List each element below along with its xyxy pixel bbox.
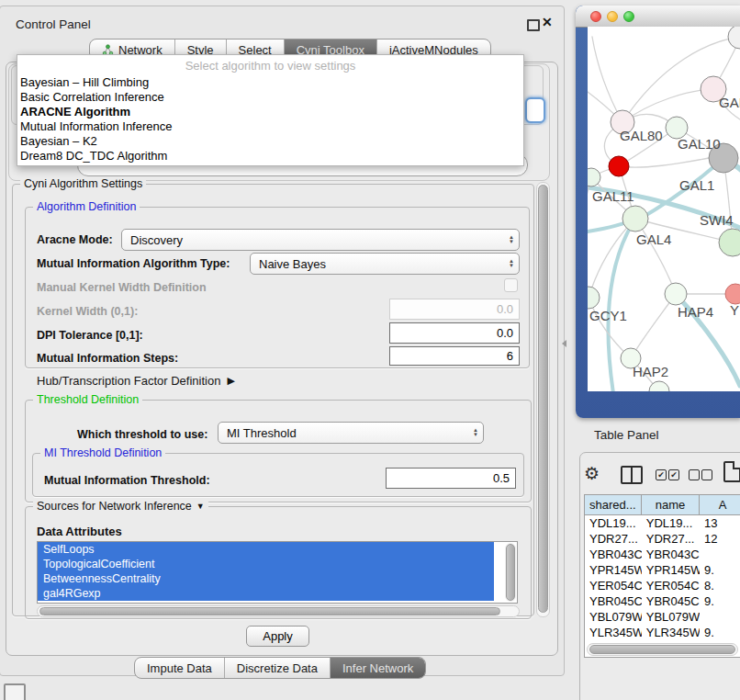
- float-window-icon[interactable]: [527, 19, 540, 31]
- split-divider-handle[interactable]: [562, 340, 566, 347]
- network-window-titlebar[interactable]: [576, 6, 740, 28]
- network-node[interactable]: [719, 229, 740, 256]
- mi-steps-field[interactable]: 6: [389, 346, 520, 366]
- table-hscrollbar-thumb[interactable]: [589, 645, 735, 654]
- table-cell: 9.: [700, 625, 740, 640]
- mi-threshold-field[interactable]: 0.5: [386, 468, 516, 489]
- table-cell: 12: [700, 531, 740, 547]
- table-cell: YPR145W: [642, 562, 700, 578]
- attr-items: SelfLoopsTopologicalCoefficientBetweenne…: [38, 542, 517, 601]
- algorithm-option-basic-correlation-inference[interactable]: Basic Correlation Inference: [17, 90, 523, 105]
- algorithm-option-bayesian-hill-climbing[interactable]: Bayesian – Hill Climbing: [17, 75, 523, 90]
- kernel-width-field[interactable]: 0.0: [389, 299, 520, 320]
- dpi-tolerance-label: DPI Tolerance [0,1]:: [37, 329, 143, 342]
- aracne-mode-value: Discovery: [130, 233, 183, 247]
- algorithm-option-dream8-dc-tdc-algorithm[interactable]: Dream8 DC_TDC Algorithm: [17, 149, 523, 164]
- column-header-shared[interactable]: shared...: [585, 495, 642, 514]
- table-body: YDL19...YDL19...13YDR27...YDR27...12YBR0…: [585, 515, 740, 649]
- table-cell: YBL079W: [642, 609, 700, 625]
- algorithm-option-bayesian-k2[interactable]: Bayesian – K2: [17, 134, 523, 149]
- sources-group-title: Sources for Network Inference: [37, 500, 192, 513]
- tab-infer-network[interactable]: Infer Network: [330, 658, 425, 678]
- select-all-checkbox-icon[interactable]: ✔: [656, 469, 667, 480]
- mi-type-label: Mutual Information Algorithm Type:: [37, 257, 230, 270]
- node-label-y: Y: [730, 302, 739, 318]
- attributes-hscrollbar-thumb[interactable]: [39, 607, 500, 615]
- network-node[interactable]: [609, 156, 629, 176]
- node-table: shared...nameA YDL19...YDL19...13YDR27..…: [584, 494, 740, 658]
- aracne-mode-combobox[interactable]: Discovery ▲▼: [121, 229, 520, 251]
- table-cell: YLR345W: [585, 625, 642, 640]
- table-cell: 13: [700, 515, 740, 531]
- mi-threshold-group-title: MI Threshold Definition: [40, 446, 165, 459]
- table-cell: YDR27...: [585, 531, 642, 547]
- table-row[interactable]: YBR045CYBR045C9.: [585, 593, 740, 609]
- focused-combobox-fragment[interactable]: [525, 97, 545, 123]
- network-node[interactable]: [725, 284, 740, 304]
- sources-group-header[interactable]: Sources for Network Inference ▼: [33, 500, 208, 513]
- network-node[interactable]: [728, 27, 740, 49]
- algorithm-definition-title: Algorithm Definition: [33, 200, 140, 213]
- mi-type-combobox[interactable]: Naive Bayes ▲▼: [250, 253, 520, 275]
- node-label-gal10: GAL10: [678, 136, 721, 152]
- table-row[interactable]: YBR043CYBR043C: [585, 547, 740, 562]
- attribute-item-gal4rgexp[interactable]: gal4RGexp: [38, 586, 494, 601]
- deselect-all-checkbox-icon[interactable]: [689, 469, 700, 480]
- table-cell: YPR145W: [585, 562, 642, 578]
- network-node[interactable]: [588, 287, 600, 309]
- table-hscrollbar[interactable]: [587, 643, 738, 656]
- control-panel-window: Control Panel ✕ NetworkStyleSelectCyni T…: [0, 6, 565, 676]
- export-table-icon[interactable]: [723, 461, 740, 482]
- close-icon[interactable]: ✕: [542, 15, 553, 29]
- column-header-name[interactable]: name: [642, 495, 700, 514]
- zoom-traffic-light-icon[interactable]: [623, 11, 634, 22]
- table-row[interactable]: YER054CYER054C8.: [585, 578, 740, 593]
- show-columns-icon[interactable]: [621, 466, 643, 484]
- table-row[interactable]: YLR345WYLR345W9.: [585, 625, 740, 640]
- minimize-traffic-light-icon[interactable]: [607, 11, 618, 22]
- attribute-item-topologicalcoefficient[interactable]: TopologicalCoefficient: [38, 557, 494, 571]
- node-label-gcy1: GCY1: [589, 308, 627, 323]
- attributes-scrollbar[interactable]: [505, 543, 516, 602]
- attributes-hscrollbar[interactable]: [37, 605, 520, 617]
- deselect-all-checkbox-icon[interactable]: [701, 469, 712, 480]
- minimized-panel-icon[interactable]: [4, 683, 26, 700]
- network-node[interactable]: [665, 283, 687, 305]
- apply-button[interactable]: Apply: [246, 626, 309, 647]
- table-row[interactable]: YDL19...YDL19...13: [585, 515, 740, 531]
- hub-definition-toggle[interactable]: Hub/Transcription Factor Definition ▶: [37, 374, 235, 388]
- attribute-item-selfloops[interactable]: SelfLoops: [38, 542, 494, 557]
- settings-scrollbar[interactable]: [536, 182, 550, 617]
- table-cell: YBL079W: [585, 609, 642, 625]
- close-traffic-light-icon[interactable]: [590, 11, 601, 22]
- table-cell: YER054C: [585, 578, 642, 593]
- tab-impute-data[interactable]: Impute Data: [135, 658, 224, 678]
- network-graph: GALGAL80GAL10GAL1GAL11GAL4SWI4GCY1HAP4YH…: [588, 27, 740, 391]
- attribute-item-betweennesscentrality[interactable]: BetweennessCentrality: [38, 571, 494, 586]
- network-node[interactable]: [588, 168, 600, 186]
- network-view-window: GALGAL80GAL10GAL1GAL11GAL4SWI4GCY1HAP4YH…: [576, 6, 740, 418]
- which-threshold-combobox[interactable]: MI Threshold ▲▼: [218, 422, 484, 444]
- network-node[interactable]: [622, 206, 648, 231]
- table-cell: YLR345W: [642, 625, 700, 640]
- algorithm-option-aracne-algorithm[interactable]: ARACNE Algorithm: [17, 105, 523, 119]
- table-cell: YDL19...: [642, 515, 700, 531]
- dpi-tolerance-field[interactable]: 0.0: [389, 322, 520, 344]
- table-row[interactable]: YDR27...YDR27...12: [585, 531, 740, 547]
- node-label-gal: GAL: [719, 95, 740, 110]
- select-all-checkbox-icon[interactable]: ✔: [668, 469, 679, 480]
- table-row[interactable]: YBL079WYBL079W: [585, 609, 740, 625]
- table-cell: [700, 609, 740, 625]
- settings-scrollbar-thumb[interactable]: [538, 185, 548, 613]
- tab-label: Discretize Data: [237, 661, 318, 675]
- table-cell: [700, 547, 740, 562]
- table-row[interactable]: YPR145WYPR145W9.: [585, 562, 740, 578]
- attributes-scrollbar-thumb[interactable]: [506, 544, 515, 601]
- tab-discretize-data[interactable]: Discretize Data: [224, 658, 330, 678]
- gear-icon[interactable]: ⚙: [584, 463, 600, 483]
- algorithm-dropdown-popup: Select algorithm to view settings Bayesi…: [17, 54, 524, 166]
- column-header-a[interactable]: A: [700, 495, 740, 514]
- manual-kernel-checkbox[interactable]: [504, 278, 518, 292]
- algorithm-option-mutual-information-inference[interactable]: Mutual Information Inference: [17, 119, 523, 134]
- network-canvas[interactable]: GALGAL80GAL10GAL1GAL11GAL4SWI4GCY1HAP4YH…: [588, 27, 740, 391]
